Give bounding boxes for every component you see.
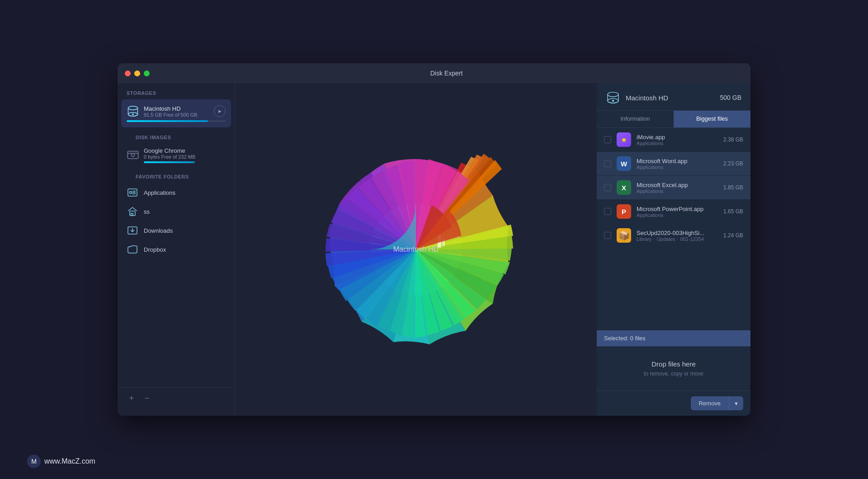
remove-dropdown-button[interactable]: ▼ [729, 396, 743, 410]
tab-biggest-files[interactable]: Biggest files [674, 111, 750, 127]
svg-point-18 [608, 92, 618, 97]
folder-item-downloads[interactable]: Downloads [127, 221, 226, 240]
folder-name-downloads: Downloads [144, 227, 173, 234]
file-checkbox-powerpoint[interactable] [604, 208, 611, 215]
file-item-powerpoint[interactable]: P Microsoft PowerPoint.app Applications … [597, 200, 750, 224]
drive-icon-large [606, 90, 620, 105]
disk-image-icon [127, 149, 139, 162]
disk-image-chrome[interactable]: Google Chrome 0 bytes Free of 232 MB [127, 144, 226, 167]
watermark-text: www.MacZ.com [44, 457, 95, 465]
sidebar: Storages Macintosh HD 91.5 GB Free of 50… [118, 83, 235, 416]
drop-zone-subtitle: to remove, copy or move [606, 371, 741, 377]
maximize-button[interactable] [144, 70, 150, 76]
close-button[interactable] [125, 70, 131, 76]
disk-images-section-title: Disk Images [127, 135, 226, 144]
file-checkbox-imovie[interactable] [604, 136, 611, 143]
storages-section-title: Storages [118, 90, 235, 99]
file-path-excel: Applications [637, 188, 718, 194]
tab-information[interactable]: Information [597, 111, 674, 127]
storage-name: Macintosh HD [144, 105, 198, 112]
file-name-word: Microsoft Word.app [637, 158, 718, 164]
folder-icon [127, 244, 138, 255]
svg-point-2 [132, 114, 133, 115]
file-path-word: Applications [637, 164, 718, 170]
secupd-icon: 📦 [617, 228, 631, 243]
right-panel: Macintosh HD 500 GB Information Biggest … [597, 83, 750, 416]
storage-progress-fill [127, 120, 208, 122]
sunburst-chart[interactable]: Macintosh HD [303, 136, 529, 362]
window-title: Disk Expert [150, 70, 743, 77]
storage-item-macintosh-hd[interactable]: Macintosh HD 91.5 GB Free of 500 GB ▶ [121, 99, 231, 127]
remove-button[interactable]: Remove [691, 396, 729, 410]
folder-item-ss[interactable]: ss [127, 202, 226, 221]
scan-button[interactable]: ▶ [214, 105, 226, 117]
drop-zone-title: Drop files here [606, 360, 741, 368]
file-item-secupd[interactable]: 📦 SecUpd2020-003HighSi... Library › Upda… [597, 224, 750, 248]
sidebar-bottom: + − [118, 387, 235, 409]
folder-name-dropbox: Dropbox [144, 246, 166, 253]
drop-zone[interactable]: Drop files here to remove, copy or move [597, 346, 750, 390]
file-info-powerpoint: Microsoft PowerPoint.app Applications [637, 206, 718, 218]
excel-icon: X [617, 180, 631, 195]
disk-images-section: Disk Images Google Chrome 0 bytes Free o… [118, 135, 235, 174]
file-checkbox-secupd[interactable] [604, 232, 611, 239]
file-name-imovie: iMovie.app [637, 134, 718, 141]
hard-drive-icon [127, 105, 139, 117]
download-icon [127, 225, 138, 236]
file-size-word: 2.23 GB [723, 160, 743, 167]
file-path-secupd: Library › Updates › 001-12354 [637, 236, 718, 242]
file-name-excel: Microsoft Excel.app [637, 182, 718, 188]
storage-info-text: Macintosh HD 91.5 GB Free of 500 GB [144, 105, 198, 117]
svg-point-6 [130, 192, 132, 194]
minimize-button[interactable] [134, 70, 140, 76]
svg-point-0 [128, 106, 138, 110]
file-name-powerpoint: Microsoft PowerPoint.app [637, 206, 718, 212]
chart-container: Macintosh HD [303, 136, 529, 362]
file-item-word[interactable]: W Microsoft Word.app Applications 2.23 G… [597, 152, 750, 176]
svg-rect-3 [127, 151, 138, 158]
word-icon: W [617, 156, 631, 171]
file-info-secupd: SecUpd2020-003HighSi... Library › Update… [637, 230, 718, 242]
file-size-secupd: 1.24 GB [723, 232, 743, 239]
file-size-excel: 1.85 GB [723, 184, 743, 191]
folder-name-ss: ss [144, 208, 150, 215]
drive-name: Macintosh HD [626, 94, 668, 102]
folder-name-applications: Applications [144, 189, 175, 196]
right-panel-drive-info: Macintosh HD [606, 90, 668, 105]
applications-icon [127, 187, 138, 198]
traffic-lights [125, 70, 150, 76]
file-path-powerpoint: Applications [637, 212, 718, 218]
fav-folders-section: Favorite Folders Applications [118, 174, 235, 387]
tabs: Information Biggest files [597, 111, 750, 128]
main-content: Storages Macintosh HD 91.5 GB Free of 50… [118, 83, 750, 416]
folder-item-applications[interactable]: Applications [127, 183, 226, 202]
file-checkbox-excel[interactable] [604, 184, 611, 191]
right-panel-header: Macintosh HD 500 GB [597, 83, 750, 111]
add-folder-button[interactable]: + [127, 393, 137, 403]
file-info-imovie: iMovie.app Applications [637, 134, 718, 146]
selected-bar: Selected: 0 files [597, 330, 750, 346]
file-item-imovie[interactable]: ★ iMovie.app Applications 2.38 GB [597, 128, 750, 152]
main-window: Disk Expert Storages Macintosh HD [118, 63, 750, 416]
file-item-excel[interactable]: X Microsoft Excel.app Applications 1.85 … [597, 176, 750, 200]
file-checkbox-word[interactable] [604, 160, 611, 167]
watermark: M www.MacZ.com [27, 455, 95, 468]
file-info-excel: Microsoft Excel.app Applications [637, 182, 718, 194]
watermark-logo: M [27, 455, 41, 468]
disk-image-name: Google Chrome [144, 147, 195, 154]
file-path-imovie: Applications [637, 141, 718, 146]
file-name-secupd: SecUpd2020-003HighSi... [637, 230, 718, 236]
fav-folders-title: Favorite Folders [127, 174, 226, 183]
file-info-word: Microsoft Word.app Applications [637, 158, 718, 170]
disk-image-progress-fill [144, 161, 194, 163]
folder-item-dropbox[interactable]: Dropbox [127, 240, 226, 259]
storage-free: 91.5 GB Free of 500 GB [144, 112, 198, 117]
storage-progress-bar [127, 120, 226, 122]
svg-rect-11 [131, 213, 133, 216]
right-panel-footer: Remove ▼ [597, 390, 750, 416]
home-icon [127, 206, 138, 217]
drive-size: 500 GB [720, 94, 741, 101]
svg-point-20 [613, 100, 614, 102]
remove-folder-button[interactable]: − [142, 393, 152, 403]
imovie-icon: ★ [617, 132, 631, 147]
